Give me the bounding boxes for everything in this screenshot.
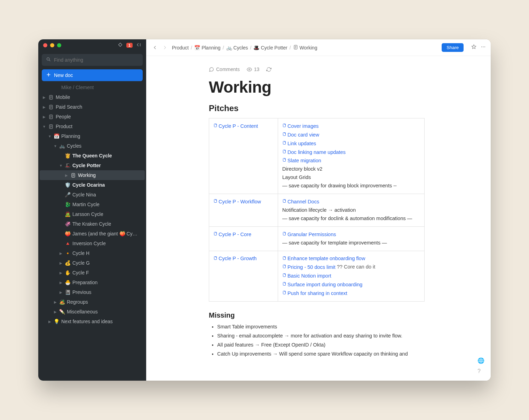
close-window[interactable]: [43, 43, 47, 47]
doc-link[interactable]: Cycle P - Growth: [213, 255, 256, 263]
sidebar-item[interactable]: ▶📓Previous: [40, 287, 145, 297]
plain-line: — save capacity for doclink & automation…: [282, 215, 420, 223]
notification-badge[interactable]: 1: [126, 43, 133, 48]
chevron-icon[interactable]: ▶: [54, 300, 57, 304]
search-input[interactable]: [54, 57, 139, 63]
doc-icon: [213, 256, 218, 263]
sidebar-item[interactable]: ▶💰Cycle G: [40, 258, 145, 268]
sidebar-item[interactable]: 👸The Queen Cycle: [40, 151, 145, 161]
plain-line: — save capacity for drawing block improv…: [282, 182, 420, 190]
sidebar-item[interactable]: ▼📅Planning: [40, 131, 145, 141]
sidebar-item[interactable]: ▶🏕️Regroups: [40, 297, 145, 307]
sidebar-item[interactable]: 🛡️Cycle Ocarina: [40, 180, 145, 190]
sidebar-item[interactable]: 🎤Cycle Nina: [40, 190, 145, 200]
chevron-icon[interactable]: ▶: [48, 320, 52, 324]
sidebar-item[interactable]: 🍑James (and the giant 🍑 Cy…: [40, 229, 145, 239]
sidebar-item-label: Cycle Ocarina: [72, 182, 105, 188]
refresh-icon[interactable]: [266, 67, 271, 72]
more-icon[interactable]: [481, 44, 486, 51]
sidebar-item-label: Planning: [61, 133, 80, 139]
collapse-sidebar-icon[interactable]: [136, 42, 141, 48]
doc-link[interactable]: Granular Permissions: [282, 231, 336, 239]
item-icon: 🔸: [65, 250, 70, 256]
chevron-icon[interactable]: ▼: [59, 164, 63, 168]
chevron-icon[interactable]: ▶: [54, 310, 57, 314]
chevron-icon[interactable]: ▼: [48, 134, 52, 138]
sidebar-item[interactable]: ▶🔸Cycle H: [40, 248, 145, 258]
new-doc-button[interactable]: New doc: [42, 69, 143, 81]
comments-button[interactable]: Comments: [209, 67, 240, 72]
doc-link[interactable]: Basic Notion import: [282, 272, 331, 280]
sidebar-item[interactable]: ▶✋Cycle F: [40, 268, 145, 278]
sidebar-item[interactable]: 🧟Larsson Cycle: [40, 209, 145, 219]
sidebar-item[interactable]: ▶Paid Search: [40, 102, 145, 112]
sidebar: 1 New doc Mike / Clement▶Mobile▶Paid Sea…: [38, 39, 146, 381]
breadcrumb-separator: /: [290, 45, 291, 50]
doc-icon: [213, 123, 218, 130]
doc-link[interactable]: Cycle P - Core: [213, 231, 251, 239]
sidebar-item[interactable]: ▶🐣Preparation: [40, 278, 145, 287]
sidebar-item[interactable]: 🦑The Kraken Cycle: [40, 219, 145, 229]
chevron-icon[interactable]: ▶: [59, 281, 63, 285]
breadcrumb-item[interactable]: 🚲Cycles: [226, 45, 248, 50]
share-button[interactable]: Share: [442, 43, 464, 52]
chevron-icon[interactable]: ▶: [42, 115, 46, 119]
doc-link[interactable]: Slate migration: [282, 157, 321, 165]
minimize-window[interactable]: [50, 43, 54, 47]
doc-link[interactable]: Push for sharing in context: [282, 289, 347, 298]
doc-link[interactable]: Enhance template onboarding flow: [282, 255, 365, 263]
pitch-items-cell: Enhance template onboarding flowPricing …: [278, 251, 425, 301]
sidebar-item[interactable]: ▶Mobile: [40, 92, 145, 102]
maximize-window[interactable]: [57, 43, 61, 47]
breadcrumb-item[interactable]: Product: [172, 45, 189, 50]
plus-icon: [46, 72, 51, 78]
sidebar-item[interactable]: ▶People: [40, 112, 145, 122]
sidebar-item[interactable]: ▶Working: [40, 170, 145, 180]
breadcrumb-item[interactable]: 📅Planning: [194, 45, 221, 50]
chevron-icon[interactable]: ▶: [42, 95, 46, 99]
tag-icon[interactable]: [118, 42, 123, 48]
nav-back[interactable]: [151, 44, 159, 52]
chevron-icon[interactable]: ▶: [42, 105, 46, 109]
svg-rect-15: [283, 150, 286, 153]
star-icon[interactable]: [471, 44, 476, 51]
doc-link[interactable]: Doc linking name updates: [282, 148, 346, 157]
search-box[interactable]: [42, 54, 143, 66]
sidebar-item[interactable]: 🐉Martin Cycle: [40, 200, 145, 209]
breadcrumb-item[interactable]: Working: [293, 45, 317, 51]
doc-link[interactable]: Cover images: [282, 122, 318, 131]
doc-link[interactable]: Channel Docs: [282, 198, 319, 206]
doc-link[interactable]: Pricing - 50 docs limit: [282, 263, 335, 272]
table-row: Cycle P - ContentCover imagesDoc card vi…: [209, 118, 425, 194]
chevron-icon[interactable]: ▶: [59, 290, 63, 294]
sidebar-item[interactable]: 🔺Inversion Cycle: [40, 239, 145, 248]
table-row: Cycle P - GrowthEnhance template onboard…: [209, 251, 425, 301]
sidebar-item[interactable]: ▶🍡Miscellaneous: [40, 307, 145, 317]
item-icon: 📓: [65, 289, 70, 295]
chevron-icon[interactable]: ▶: [59, 251, 63, 255]
sidebar-item[interactable]: ▼🎩Cycle Potter: [40, 161, 145, 170]
sidebar-item[interactable]: ▼Product: [40, 122, 145, 131]
doc-link[interactable]: Cycle P - Workflow: [213, 198, 261, 206]
doc-link[interactable]: Doc card view: [282, 131, 319, 139]
chevron-icon[interactable]: ▼: [54, 144, 57, 148]
list-item: All paid features → Free (Except OpenID …: [217, 341, 425, 349]
crumb-icon: 📅: [194, 45, 200, 50]
globe-icon[interactable]: 🌐: [477, 357, 484, 364]
breadcrumb-item[interactable]: 🎩Cycle Potter: [253, 45, 287, 50]
chevron-icon[interactable]: ▶: [65, 173, 68, 177]
svg-point-10: [248, 69, 250, 70]
chevron-icon[interactable]: ▶: [59, 261, 63, 265]
doc-link[interactable]: Cycle P - Content: [213, 122, 258, 131]
views-count[interactable]: 13: [247, 67, 260, 72]
sidebar-item[interactable]: ▼🚲Cycles: [40, 141, 145, 151]
doc-link[interactable]: Link updates: [282, 140, 316, 148]
chevron-icon[interactable]: ▶: [59, 271, 63, 275]
sidebar-item-label: James (and the giant 🍑 Cy…: [72, 231, 137, 236]
chevron-icon[interactable]: ▼: [42, 125, 46, 129]
doc-link[interactable]: Surface import during onboarding: [282, 281, 362, 289]
pitch-name-cell: Cycle P - Growth: [209, 251, 278, 301]
help-icon[interactable]: ?: [477, 368, 484, 374]
sidebar-item[interactable]: ▶💡Next features and ideas: [40, 317, 145, 326]
nav-forward[interactable]: [161, 44, 168, 52]
